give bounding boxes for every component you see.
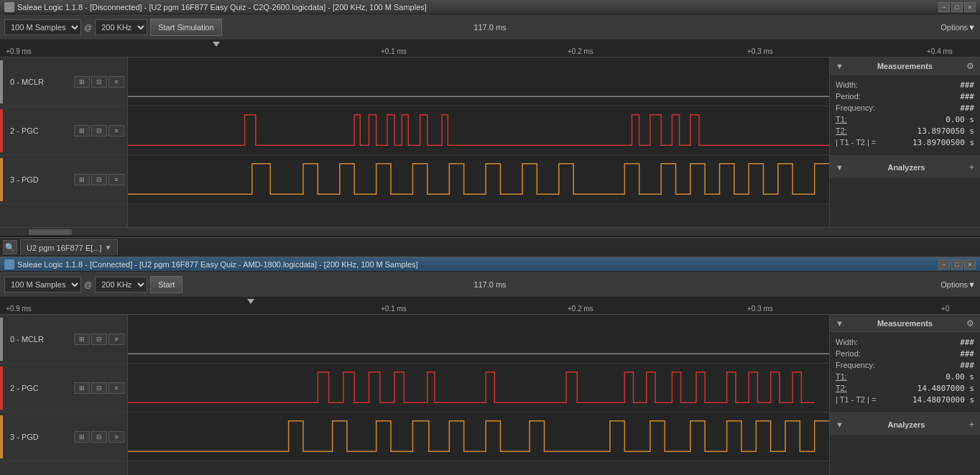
search-icon-box[interactable]: 🔍 [3,240,17,254]
diff-label-top: | T1 - T2 | = [836,138,876,147]
meas-width-row-top: Width: ### [836,80,974,90]
freq-value-bottom: ### [960,361,974,370]
pgd-label-top: 3 - PGD [10,175,39,184]
analyzers-add-top[interactable]: + [969,162,974,172]
mclr-ctrl3-bottom[interactable]: ≡ [108,333,124,345]
mclr-ctrl3-top[interactable]: ≡ [108,76,124,88]
analyzers-expand-bottom: ▼ [836,420,843,429]
mclr-ctrl2-top[interactable]: ⊟ [91,76,107,88]
btick-2: +0.2 ms [568,305,593,313]
freq-label-bottom: Frequency: [836,361,875,370]
signal-row-pgd-top: 3 - PGD ⊞ ⊟ ≡ [0,155,127,204]
waveform-pgc-top [128,106,829,155]
waveform-pgc-bottom [128,364,829,412]
tick-2: +0.2 ms [568,47,593,55]
signal-row-pgd-bottom: 3 - PGD ⊞ ⊟ ≡ [0,412,127,461]
signal-row-pgc-bottom: 2 - PGC ⊞ ⊟ ≡ [0,364,127,412]
top-window: Saleae Logic 1.1.8 - [Disconnected] - [U… [0,0,980,237]
freq-select-top[interactable]: 200 KHz [95,19,147,35]
maximize-button[interactable]: □ [951,2,963,12]
waveform-mclr-bottom [128,315,829,364]
period-value-top: ### [960,92,974,101]
maximize-button-bottom[interactable]: □ [951,259,963,269]
meas-period-row-bottom: Period: ### [836,349,974,359]
measurements-content-bottom: Width: ### Period: ### Frequency: ### T1… [830,332,980,412]
options-button-bottom[interactable]: Options▼ [940,280,976,289]
minimize-button[interactable]: − [938,2,950,12]
start-simulation-button[interactable]: Start Simulation [150,19,222,36]
tab-item[interactable]: U2 pgm 16F877 E[...] ▼ [20,239,118,255]
signal-row-mclr-top: 0 - MCLR ⊞ ⊟ ≡ [0,57,127,106]
pgd-ctrl3-top[interactable]: ≡ [108,174,124,185]
start-button-bottom[interactable]: Start [150,276,182,293]
samples-select-top[interactable]: 100 M Samples [4,19,81,35]
close-button-bottom[interactable]: × [964,259,976,269]
signal-row-pgc-top: 2 - PGC ⊞ ⊟ ≡ [0,106,127,155]
ruler-top: +0.9 ms +0.1 ms +0.2 ms +0.3 ms +0.4 ms [0,40,980,57]
pgc-label-bottom: 2 - PGC [10,384,39,392]
at-label-top: @ [84,23,92,32]
tick-4: +0.4 ms [927,47,953,55]
waveform-mclr-top [128,57,829,106]
pgd-ctrl1-top[interactable]: ⊞ [74,174,90,185]
scrollbar-top[interactable] [0,227,980,236]
pgc-color-bar-bottom [0,366,3,410]
samples-select-bottom[interactable]: 100 M Samples [4,277,81,292]
waveforms-top [128,57,829,227]
freq-select-bottom[interactable]: 200 KHz [95,277,147,292]
mclr-controls-bottom: ⊞ ⊟ ≡ [74,333,124,345]
measurements-expand-bottom: ▼ [836,319,843,328]
tab-dropdown-arrow: ▼ [105,244,112,252]
mclr-ctrl1-top[interactable]: ⊞ [74,76,90,88]
t1-value-bottom: 0.00 s [946,372,974,382]
btick-1: +0.1 ms [381,305,407,313]
t1-value-top: 0.00 s [946,115,974,124]
pgc-ctrl3-bottom[interactable]: ≡ [108,382,124,394]
close-button[interactable]: × [964,2,976,12]
analyzers-section-top: ▼ Analyzers + [830,155,980,178]
pgd-ctrl2-bottom[interactable]: ⊟ [91,431,107,443]
mclr-controls-top: ⊞ ⊟ ≡ [74,76,124,88]
pgc-ctrl2-top[interactable]: ⊟ [91,125,107,137]
tab-bar: 🔍 U2 pgm 16F877 E[...] ▼ [0,237,980,257]
measurements-header-top: ▼ Measurements ⚙ [830,57,980,75]
signal-display-bottom: 0 - MCLR ⊞ ⊟ ≡ 2 - PGC ⊞ ⊟ ≡ [0,315,980,475]
measurements-settings-top[interactable]: ⚙ [966,61,974,71]
waveform-pgd-top [128,155,829,204]
analyzers-add-bottom[interactable]: + [969,420,974,430]
mclr-label-top: 0 - MCLR [10,78,44,86]
t2-label-top: T2: [836,126,847,136]
pgc-ctrl1-bottom[interactable]: ⊞ [74,382,90,394]
mclr-label-bottom: 0 - MCLR [10,335,44,343]
mclr-color-bar-bottom [0,318,3,361]
pgd-controls-top: ⊞ ⊟ ≡ [74,174,124,185]
pgd-ctrl3-bottom[interactable]: ≡ [108,431,124,443]
waveform-pgc-svg-top [128,106,829,155]
scrollbar-thumb-top[interactable] [29,229,72,235]
pgc-label-top: 2 - PGC [10,126,39,135]
freq-value-top: ### [960,103,974,113]
pgd-ctrl1-bottom[interactable]: ⊞ [74,431,90,443]
measurements-settings-bottom[interactable]: ⚙ [966,318,974,328]
pgd-ctrl2-top[interactable]: ⊟ [91,174,107,185]
pgc-ctrl1-top[interactable]: ⊞ [74,125,90,137]
tick-0: +0.9 ms [6,47,32,55]
time-indicator-bottom: 117.0 ms [473,280,506,289]
diff-label-bottom: | T1 - T2 | = [836,395,876,405]
analyzers-title-bottom: Analyzers [887,420,925,429]
waveform-pgd-svg-top [128,155,829,203]
waveform-pgd-svg-bottom [128,412,829,461]
pgc-ctrl2-bottom[interactable]: ⊟ [91,382,107,394]
meas-t2-row-bottom: T2: 14.4807000 s [836,384,974,393]
pgd-controls-bottom: ⊞ ⊟ ≡ [74,431,124,443]
ruler-arrow-bottom [247,299,254,304]
period-value-bottom: ### [960,349,974,359]
minimize-button-bottom[interactable]: − [938,259,950,269]
mclr-ctrl2-bottom[interactable]: ⊟ [91,333,107,345]
signal-display-top: 0 - MCLR ⊞ ⊟ ≡ 2 - PGC ⊞ ⊟ ≡ [0,57,980,227]
options-button-top[interactable]: Options▼ [940,23,976,32]
mclr-ctrl1-bottom[interactable]: ⊞ [74,333,90,345]
freq-label-top: Frequency: [836,103,875,113]
mclr-color-bar-top [0,60,3,103]
pgc-ctrl3-top[interactable]: ≡ [108,125,124,137]
